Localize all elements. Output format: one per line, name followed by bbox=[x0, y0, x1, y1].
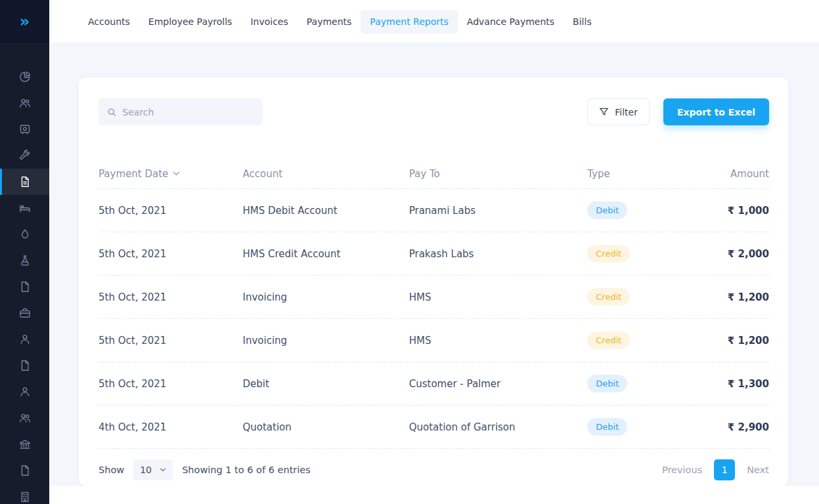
table-body: 5th Oct, 2021 HMS Debit Account Pranami … bbox=[99, 189, 769, 449]
sidebar-item-user[interactable] bbox=[0, 326, 49, 352]
sidebar-item-pie-chart[interactable] bbox=[0, 64, 49, 90]
cell-account: Invoicing bbox=[243, 291, 409, 303]
tab-invoices[interactable]: Invoices bbox=[241, 10, 297, 33]
type-badge: Credit bbox=[587, 331, 630, 349]
export-to-excel-button[interactable]: Export to Excel bbox=[663, 98, 769, 125]
search-icon bbox=[107, 107, 116, 117]
cell-pay-to: HMS bbox=[409, 335, 588, 346]
type-badge: Credit bbox=[587, 245, 630, 262]
sidebar-item-bed[interactable] bbox=[0, 195, 49, 221]
content-area: Filter Export to Excel Payment Date bbox=[49, 43, 819, 486]
bank-icon bbox=[19, 438, 31, 450]
cell-type: Debit bbox=[587, 375, 685, 392]
page-size-value: 10 bbox=[140, 465, 152, 475]
table-row[interactable]: 5th Oct, 2021 Debit Customer - Palmer De… bbox=[99, 362, 769, 406]
column-header-type[interactable]: Type bbox=[587, 168, 685, 180]
droplet-icon bbox=[19, 228, 31, 240]
pagination-next[interactable]: Next bbox=[747, 465, 769, 475]
building-icon bbox=[19, 491, 31, 503]
column-header-payment-date[interactable]: Payment Date bbox=[99, 168, 243, 180]
top-navigation: AccountsEmployee PayrollsInvoicesPayment… bbox=[49, 0, 819, 43]
filter-button-label: Filter bbox=[615, 107, 638, 117]
entries-summary: Showing 1 to 6 of 6 entries bbox=[182, 465, 311, 475]
cell-pay-to: Pranami Labs bbox=[409, 205, 588, 217]
cell-payment-date: 5th Oct, 2021 bbox=[99, 248, 243, 260]
table-row[interactable]: 4th Oct, 2021 Quotation Quotation of Gar… bbox=[99, 406, 769, 449]
sidebar-item-invoice[interactable] bbox=[0, 169, 49, 195]
type-badge: Debit bbox=[587, 375, 627, 392]
cell-payment-date: 5th Oct, 2021 bbox=[99, 378, 243, 390]
sidebar-item-wrench[interactable] bbox=[0, 142, 49, 169]
tab-bills[interactable]: Bills bbox=[564, 10, 601, 33]
vault-icon bbox=[19, 123, 31, 135]
sidebar-item-document[interactable] bbox=[0, 352, 49, 379]
table-row[interactable]: 5th Oct, 2021 HMS Credit Account Prakash… bbox=[99, 232, 769, 276]
cell-pay-to: Prakash Labs bbox=[409, 248, 588, 260]
tab-advance-payments[interactable]: Advance Payments bbox=[458, 10, 564, 33]
cell-account: HMS Debit Account bbox=[243, 205, 409, 217]
column-header-account[interactable]: Account bbox=[243, 168, 409, 180]
users-icon bbox=[19, 97, 31, 109]
filter-button[interactable]: Filter bbox=[587, 98, 650, 125]
sidebar: » bbox=[0, 0, 49, 504]
tab-payments[interactable]: Payments bbox=[298, 10, 361, 33]
sidebar-item-building[interactable] bbox=[0, 484, 49, 504]
cell-payment-date: 5th Oct, 2021 bbox=[99, 291, 243, 303]
chevron-down-icon bbox=[160, 468, 166, 472]
type-badge: Credit bbox=[587, 288, 630, 306]
search-input[interactable] bbox=[122, 107, 254, 117]
flask-icon bbox=[19, 255, 31, 266]
cell-type: Credit bbox=[587, 331, 685, 349]
pagination-previous[interactable]: Previous bbox=[662, 465, 702, 475]
nav-tabs: AccountsEmployee PayrollsInvoicesPayment… bbox=[79, 10, 601, 33]
cell-payment-date: 5th Oct, 2021 bbox=[99, 205, 243, 217]
cell-type: Credit bbox=[587, 245, 685, 262]
sidebar-item-users[interactable] bbox=[0, 90, 49, 116]
cell-account: Debit bbox=[243, 378, 409, 390]
page-size-select[interactable]: 10 bbox=[133, 459, 173, 480]
type-badge: Debit bbox=[587, 418, 627, 436]
table-row[interactable]: 5th Oct, 2021 Invoicing HMS Credit ₹ 1,2… bbox=[99, 319, 769, 362]
column-header-pay-to[interactable]: Pay To bbox=[409, 168, 588, 180]
cell-amount: ₹ 2,000 bbox=[685, 248, 769, 260]
cell-account: Invoicing bbox=[243, 335, 409, 346]
cell-account: HMS Credit Account bbox=[243, 248, 409, 260]
pagination: Previous 1 Next bbox=[662, 459, 769, 480]
sidebar-item-document[interactable] bbox=[0, 274, 49, 300]
payments-table: Payment Date Account Pay To Type Amount … bbox=[99, 159, 769, 449]
sidebar-item-briefcase[interactable] bbox=[0, 300, 49, 326]
sidebar-item-droplet[interactable] bbox=[0, 221, 49, 247]
column-header-amount[interactable]: Amount bbox=[685, 168, 769, 180]
cell-account: Quotation bbox=[243, 421, 409, 433]
cell-amount: ₹ 1,200 bbox=[685, 335, 769, 346]
cell-payment-date: 5th Oct, 2021 bbox=[99, 335, 243, 346]
cell-type: Credit bbox=[587, 288, 685, 306]
sidebar-item-user[interactable] bbox=[0, 379, 49, 405]
sidebar-item-vault[interactable] bbox=[0, 116, 49, 142]
sidebar-item-document[interactable] bbox=[0, 457, 49, 484]
pie-chart-icon bbox=[19, 71, 31, 83]
payment-reports-card: Filter Export to Excel Payment Date bbox=[79, 77, 788, 486]
table-row[interactable]: 5th Oct, 2021 Invoicing HMS Credit ₹ 1,2… bbox=[99, 276, 769, 319]
document-icon bbox=[19, 281, 31, 293]
table-row[interactable]: 5th Oct, 2021 HMS Debit Account Pranami … bbox=[99, 189, 769, 232]
sidebar-item-bank[interactable] bbox=[0, 431, 49, 457]
table-footer: Show 10 Showing 1 to 6 of 6 entries Prev… bbox=[99, 459, 769, 480]
sidebar-item-flask[interactable] bbox=[0, 247, 49, 274]
double-chevron-right-icon: » bbox=[20, 14, 30, 30]
tab-payment-reports[interactable]: Payment Reports bbox=[361, 10, 457, 33]
sidebar-item-users[interactable] bbox=[0, 405, 49, 431]
pagination-page-1[interactable]: 1 bbox=[714, 459, 735, 480]
bed-icon bbox=[19, 202, 31, 214]
tab-employee-payrolls[interactable]: Employee Payrolls bbox=[139, 10, 242, 33]
cell-amount: ₹ 1,300 bbox=[685, 378, 769, 390]
sidebar-toggle-button[interactable]: » bbox=[0, 0, 49, 43]
search-input-wrapper bbox=[99, 98, 263, 125]
filter-funnel-icon bbox=[599, 107, 609, 117]
toolbar-actions: Filter Export to Excel bbox=[587, 98, 769, 125]
tab-accounts[interactable]: Accounts bbox=[79, 10, 139, 33]
main-area: AccountsEmployee PayrollsInvoicesPayment… bbox=[49, 0, 819, 504]
document-icon bbox=[19, 360, 31, 371]
users-icon bbox=[19, 412, 31, 424]
document-icon bbox=[19, 465, 31, 476]
